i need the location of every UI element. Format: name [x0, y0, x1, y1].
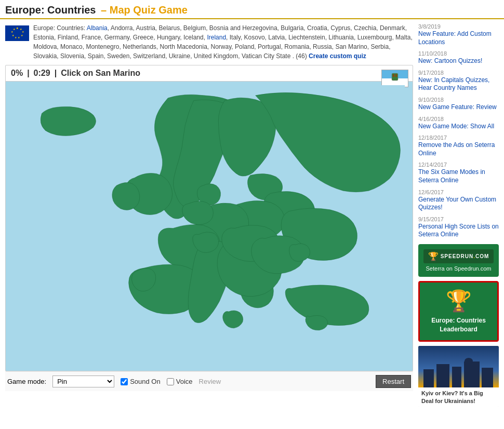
- svg-rect-20: [452, 367, 461, 387]
- news-item-2: 9/17/2018New: In Capitals Quizzes, Hear …: [418, 70, 499, 92]
- news-date-2: 9/17/2018: [418, 70, 499, 76]
- news-link-6[interactable]: The Six Game Modes in Seterra Online: [418, 168, 499, 184]
- news-link-2[interactable]: New: In Capitals Quizzes, Hear Country N…: [418, 76, 499, 92]
- speedrun-trophy-icon: 🏆: [428, 251, 439, 261]
- country-list-prefix: Europe: Countries:: [33, 24, 87, 32]
- game-percent: 0%: [11, 69, 23, 78]
- news-item-1: 11/10/2018New: Cartoon Quizzes!: [418, 50, 499, 65]
- leaderboard-title: Europe: Countries Leaderboard: [424, 316, 493, 334]
- news-date-6: 12/14/2017: [418, 162, 499, 168]
- sound-on-control[interactable]: Sound On: [121, 378, 161, 385]
- sound-on-label: Sound On: [130, 378, 161, 385]
- news-date-0: 3/8/2019: [418, 23, 499, 30]
- game-status-bar: 0% | 0:29 | Click on San Marino: [6, 65, 413, 82]
- speedrun-link-text: Seterra on Speedrun.com: [423, 265, 494, 272]
- news-link-5[interactable]: Remove the Ads on Seterra Online: [418, 141, 499, 157]
- news-section: 3/8/2019New Feature: Add Custom Location…: [418, 23, 499, 239]
- svg-rect-14: [393, 74, 394, 77]
- news-item-0: 3/8/2019New Feature: Add Custom Location…: [418, 23, 499, 46]
- country-link-albania[interactable]: Albania: [87, 24, 108, 32]
- news-date-5: 12/18/2017: [418, 135, 499, 141]
- news-link-7[interactable]: Generate Your Own Custom Quizzes!: [418, 196, 499, 212]
- voice-control[interactable]: Voice: [167, 378, 193, 385]
- svg-rect-21: [464, 361, 480, 387]
- voice-label: Voice: [176, 378, 193, 385]
- svg-rect-24: [467, 361, 471, 365]
- news-link-8[interactable]: Personal High Score Lists on Seterra Onl…: [418, 223, 499, 239]
- news-item-3: 9/10/2018New Game Feature: Review: [418, 97, 499, 112]
- sound-on-checkbox[interactable]: [121, 378, 128, 385]
- game-mode-dropdown[interactable]: Pin Type Multiple Choice Show All: [52, 376, 114, 387]
- news-date-4: 4/16/2018: [418, 116, 499, 122]
- europe-map[interactable]: [6, 85, 413, 371]
- kyiv-image: [418, 346, 499, 387]
- page-subtitle: – Map Quiz Game: [101, 4, 188, 16]
- svg-rect-18: [423, 369, 434, 387]
- news-link-3[interactable]: New Game Feature: Review: [418, 103, 499, 112]
- restart-button[interactable]: Restart: [376, 375, 411, 388]
- news-item-4: 4/16/2018New Game Mode: Show All: [418, 116, 499, 131]
- eu-flag: ★ ★ ★ ★ ★ ★ ★ ★ ★ ★: [5, 25, 29, 41]
- create-custom-link[interactable]: Create custom quiz: [309, 52, 366, 60]
- news-date-1: 11/10/2018: [418, 50, 499, 57]
- country-list: Europe: Countries: Albania, Andorra, Aus…: [33, 23, 413, 61]
- svg-rect-13: [392, 73, 398, 81]
- leaderboard-trophy-icon: 🏆: [424, 289, 493, 313]
- news-date-8: 9/15/2017: [418, 216, 499, 222]
- kyiv-article-box[interactable]: Kyiv or Kiev? It's a Big Deal for Ukrain…: [418, 346, 499, 408]
- game-controls: Game mode: Pin Type Multiple Choice Show…: [5, 371, 413, 391]
- news-link-4[interactable]: New Game Mode: Show All: [418, 123, 499, 131]
- kyiv-article-title: Kyiv or Kiev? It's a Big Deal for Ukrain…: [418, 387, 499, 408]
- game-map-area[interactable]: 0% | 0:29 | Click on San Marino: [5, 65, 413, 371]
- svg-rect-19: [436, 364, 449, 387]
- leaderboard-box[interactable]: 🏆 Europe: Countries Leaderboard: [418, 281, 499, 342]
- speedrun-logo-text: SPEEDRUN.COM: [441, 253, 489, 259]
- voice-checkbox[interactable]: [167, 378, 174, 385]
- news-item-5: 12/18/2017Remove the Ads on Seterra Onli…: [418, 135, 499, 157]
- news-link-1[interactable]: New: Cartoon Quizzes!: [418, 57, 499, 65]
- news-item-8: 9/15/2017Personal High Score Lists on Se…: [418, 216, 499, 239]
- news-date-7: 12/6/2017: [418, 189, 499, 195]
- svg-rect-22: [482, 368, 493, 387]
- country-flag: [381, 70, 408, 87]
- game-timer: 0:29: [34, 69, 50, 78]
- speedrun-banner[interactable]: 🏆 SPEEDRUN.COM Seterra on Speedrun.com: [418, 244, 499, 277]
- news-item-7: 12/6/2017Generate Your Own Custom Quizze…: [418, 189, 499, 212]
- news-date-3: 9/10/2018: [418, 97, 499, 103]
- review-label: Review: [199, 378, 221, 385]
- game-prompt: Click on San Marino: [61, 69, 140, 78]
- page-title: Europe: Countries: [5, 4, 96, 16]
- game-mode-label: Game mode:: [7, 378, 46, 385]
- svg-rect-15: [395, 74, 397, 77]
- news-item-6: 12/14/2017The Six Game Modes in Seterra …: [418, 162, 499, 184]
- news-link-0[interactable]: New Feature: Add Custom Locations: [418, 30, 499, 46]
